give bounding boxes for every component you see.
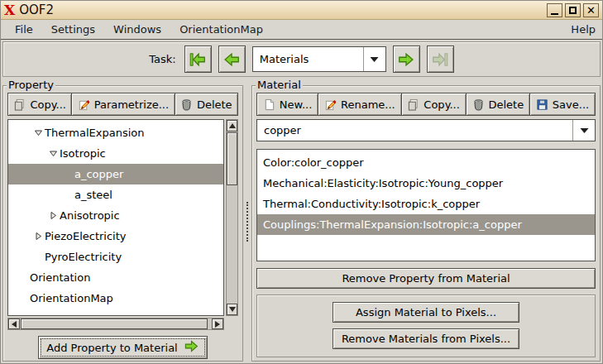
task-label: Task: [149,53,175,65]
divider-grip-icon [246,202,248,242]
titlebar[interactable]: X OOF2 ✕ [1,1,602,20]
close-button[interactable]: ✕ [583,3,599,17]
material-property-row[interactable]: Couplings:ThermalExpansion:Isotropic:a_c… [257,214,595,235]
oof2-window: X OOF2 ✕ FileSettingsWindowsOrientationM… [0,0,603,364]
button-label: Save... [553,98,589,111]
scroll-right-button[interactable] [212,318,223,329]
x11-logo-icon: X [4,3,15,17]
material-rename-button[interactable]: Rename... [318,93,401,116]
button-label: Delete [489,98,524,111]
chevron-down-icon [573,127,595,134]
material-panel-title: Material [256,79,303,91]
tree-item-a_steel[interactable]: a_steel [8,184,223,205]
material-copy-button[interactable]: Copy... [401,93,467,116]
property-panel: Property Copy...Parametrize...Delete The… [2,85,243,362]
tree-item-label: PyroElectricity [45,251,122,263]
panel-divider[interactable] [243,80,251,363]
minimize-icon [551,13,558,15]
tree-item-label: ThermalExpansion [45,127,144,139]
arrow-next-icon [397,50,415,69]
material-property-row[interactable]: Mechanical:Elasticity:Isotropic:Young_co… [257,173,595,194]
button-label: Delete [197,98,232,111]
vertical-scroll-thumb[interactable] [227,132,237,185]
property-panel-title: Property [7,79,55,91]
expander-open-icon[interactable] [31,128,45,137]
menu-settings[interactable]: Settings [42,21,104,38]
property-tree-container: ThermalExpansionIsotropica_coppera_steel… [7,119,238,330]
tree-item-thermalexpansion[interactable]: ThermalExpansion [8,122,223,143]
material-new-button[interactable]: New... [256,93,318,116]
task-back-button[interactable] [218,46,246,73]
arrow-first-icon [189,50,207,69]
tree-item-orientationmap[interactable]: OrientationMap [8,288,223,309]
material-toolbar: New...Rename...Copy...DeleteSave... [256,93,596,116]
arrow-right-icon [215,321,220,328]
tree-item-label: Isotropic [60,147,106,160]
task-select-value: Materials [260,53,309,65]
tree-item-pyroelectricity[interactable]: PyroElectricity [8,247,223,267]
tree-item-orientation[interactable]: Orientation [8,267,223,288]
maximize-button[interactable] [565,3,581,17]
property-toolbar: Copy...Parametrize...Delete [7,93,238,116]
property-delete-button[interactable]: Delete [175,93,238,116]
task-first-button[interactable] [184,46,212,73]
button-label: Copy... [424,98,460,111]
scroll-trough[interactable] [227,186,237,304]
menu-help[interactable]: Help [562,21,597,38]
property-copy-button[interactable]: Copy... [7,93,72,116]
remove-property-button[interactable]: Remove Property from Material [256,268,596,289]
expander-closed-icon[interactable] [31,232,45,241]
scroll-up-button[interactable] [227,120,237,132]
material-save-button[interactable]: Save... [529,93,596,116]
tree-item-a_copper[interactable]: a_copper [8,164,223,184]
material-select[interactable]: copper [256,119,596,141]
assign-material-button[interactable]: Assign Material to Pixels... [333,302,519,323]
material-property-row[interactable]: Color:color_copper [257,152,595,173]
material-property-row[interactable]: Thermal:Conductivity:Isotropic:k_copper [257,194,595,214]
property-parametrize-button[interactable]: Parametrize... [71,93,175,116]
scroll-left-button[interactable] [8,318,20,329]
material-delete-button[interactable]: Delete [466,93,530,116]
scroll-down-button[interactable] [227,304,237,315]
horizontal-scrollbar[interactable] [7,318,224,330]
vertical-scrollbar[interactable] [226,119,238,316]
copy-icon [13,98,26,111]
menu-items: FileSettingsWindowsOrientationMap [6,21,272,38]
task-select[interactable]: Materials [252,46,386,72]
arrow-last-icon [431,50,449,69]
pixel-actions-frame: Assign Material to Pixels...Remove Mater… [256,295,596,357]
tree-item-isotropic[interactable]: Isotropic [8,143,223,164]
arrow-down-icon [229,307,236,312]
maximize-icon [569,7,577,14]
horizontal-scroll-thumb[interactable] [21,318,208,329]
arrow-up-icon [229,123,236,128]
material-property-list: Color:color_copperMechanical:Elasticity:… [256,149,596,261]
expander-open-icon[interactable] [46,149,60,158]
arrow-left-icon [12,321,17,328]
copy-icon [407,98,419,111]
menu-windows[interactable]: Windows [104,21,170,38]
tree-item-label: Anisotropic [60,209,120,222]
new-icon [263,98,275,111]
tree-item-anisotropic[interactable]: Anisotropic [8,205,223,226]
chevron-down-icon [364,56,385,63]
arrow-back-icon [223,50,241,69]
window-controls: ✕ [547,3,599,17]
expander-closed-icon[interactable] [46,211,60,220]
tree-item-piezoelectricity[interactable]: PiezoElectricity [8,226,223,247]
menu-file[interactable]: File [6,21,42,38]
task-next-button[interactable] [393,46,420,73]
minimize-button[interactable] [547,3,562,17]
window-title: OOF2 [19,2,54,17]
remove-materials-button[interactable]: Remove Materials from Pixels... [333,328,519,349]
task-navigation-bar: Task: Materials [2,41,601,77]
tree-item-label: a_copper [74,168,123,180]
tree-item-label: Orientation [30,271,90,284]
add-property-label: Add Property to Material [46,342,177,354]
pencil-icon [78,98,90,111]
add-property-button[interactable]: Add Property to Material [38,336,207,359]
green-arrow-right-icon [184,338,199,357]
menu-orientationmap[interactable]: OrientationMap [170,21,272,38]
button-label: Rename... [341,98,395,111]
task-last-button [427,46,454,73]
